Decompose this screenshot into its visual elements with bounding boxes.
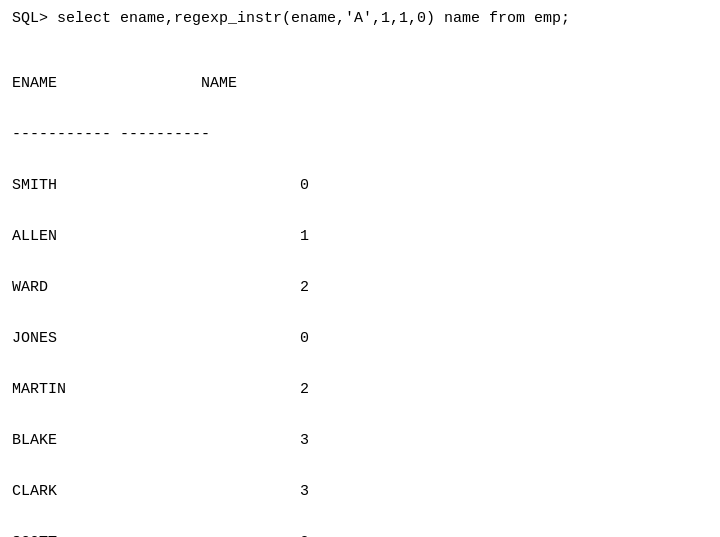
table-row: MARTIN 2 bbox=[12, 381, 708, 398]
table-row: ALLEN 1 bbox=[12, 228, 708, 245]
table-row: BLAKE 3 bbox=[12, 432, 708, 449]
command-text: select ename,regexp_instr(ename,'A',1,1,… bbox=[57, 10, 570, 27]
separator-row-1: ----------- ---------- bbox=[12, 126, 708, 143]
table-row: JONES 0 bbox=[12, 330, 708, 347]
separator2-1: ---------- bbox=[120, 126, 210, 143]
table-row: SMITH 0 bbox=[12, 177, 708, 194]
prompt: SQL> bbox=[12, 10, 57, 27]
sql-command: SQL> select ename,regexp_instr(ename,'A'… bbox=[12, 10, 708, 27]
table-row: CLARK 3 bbox=[12, 483, 708, 500]
column-headers-1: ENAME NAME bbox=[12, 75, 708, 92]
col2-header-1: NAME bbox=[201, 75, 237, 92]
table-row: WARD 2 bbox=[12, 279, 708, 296]
col1-header-1: ENAME bbox=[12, 75, 57, 92]
separator1-1: ----------- bbox=[12, 126, 111, 143]
terminal: SQL> select ename,regexp_instr(ename,'A'… bbox=[12, 10, 708, 537]
output-block-1: ENAME NAME ----------- ---------- SMITH … bbox=[12, 41, 708, 537]
